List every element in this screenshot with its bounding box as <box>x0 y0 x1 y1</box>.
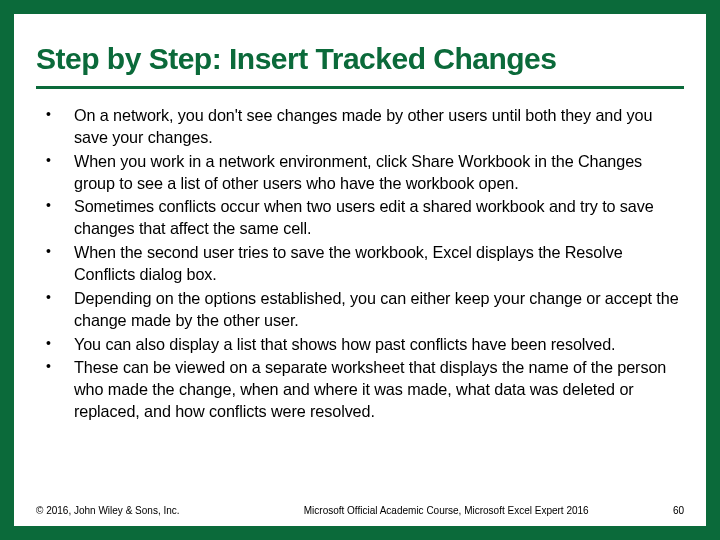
slide-title: Step by Step: Insert Tracked Changes <box>36 42 684 76</box>
footer-page-number: 60 <box>673 505 684 516</box>
list-item: When the second user tries to save the w… <box>36 242 684 286</box>
bullet-list: On a network, you don't see changes made… <box>36 105 684 423</box>
list-item: You can also display a list that shows h… <box>36 334 684 356</box>
list-item: On a network, you don't see changes made… <box>36 105 684 149</box>
title-divider <box>36 86 684 89</box>
list-item: These can be viewed on a separate worksh… <box>36 357 684 423</box>
footer-course: Microsoft Official Academic Course, Micr… <box>180 505 673 516</box>
slide-content: Step by Step: Insert Tracked Changes On … <box>14 14 706 526</box>
slide-frame: Step by Step: Insert Tracked Changes On … <box>0 0 720 540</box>
list-item: Depending on the options established, yo… <box>36 288 684 332</box>
list-item: When you work in a network environment, … <box>36 151 684 195</box>
slide-footer: © 2016, John Wiley & Sons, Inc. Microsof… <box>36 505 684 516</box>
list-item: Sometimes conflicts occur when two users… <box>36 196 684 240</box>
footer-copyright: © 2016, John Wiley & Sons, Inc. <box>36 505 180 516</box>
